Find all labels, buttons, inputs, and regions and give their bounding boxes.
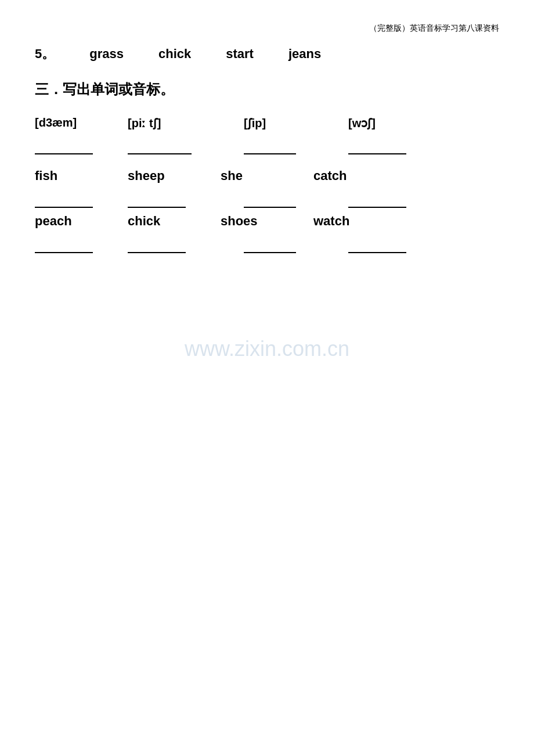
row-5: 5。 grass chick start jeans	[35, 45, 499, 63]
word-row-1: fish sheep she catch	[35, 168, 499, 183]
word-row-2: peach chick shoes watch	[35, 214, 499, 229]
phonetic-3: [ʃip]	[244, 116, 348, 130]
phonetic-1: [d3æm]	[35, 116, 128, 130]
phonetic-row: [d3æm] [piː tʃ] [ʃip] [wɔʃ]	[35, 116, 499, 130]
line-1-4	[348, 141, 441, 154]
row-5-word-1: grass	[89, 46, 124, 62]
line-row-2	[35, 194, 499, 208]
word-2-3: shoes	[221, 214, 313, 229]
page-header-label: （完整版）英语音标学习第八课资料	[35, 23, 499, 34]
word-2-2: chick	[128, 214, 221, 229]
line-3-3	[244, 239, 348, 253]
line-2-4	[348, 194, 441, 208]
line-3-4	[348, 239, 441, 253]
line-1-3	[244, 141, 348, 154]
line-3-2	[128, 239, 244, 253]
row-5-word-3: start	[226, 46, 254, 62]
line-2-2	[128, 194, 244, 208]
watermark: www.zixin.com.cn	[185, 337, 349, 361]
row-5-word-2: chick	[158, 46, 191, 62]
word-1-3: she	[221, 168, 313, 183]
row-5-number: 5。	[35, 45, 55, 63]
phonetic-2: [piː tʃ]	[128, 116, 244, 130]
line-2-1	[35, 194, 128, 208]
line-1-2	[128, 141, 244, 154]
word-2-1: peach	[35, 214, 128, 229]
word-1-2: sheep	[128, 168, 221, 183]
word-2-4: watch	[313, 214, 406, 229]
word-1-4: catch	[313, 168, 406, 183]
line-2-3	[244, 194, 348, 208]
word-1-1: fish	[35, 168, 128, 183]
phonetic-4: [wɔʃ]	[348, 116, 441, 130]
row-5-word-4: jeans	[288, 46, 321, 62]
line-row-3	[35, 239, 499, 253]
section-3-title: 三．写出单词或音标。	[35, 80, 499, 99]
line-3-1	[35, 239, 128, 253]
line-row-1	[35, 141, 499, 154]
line-1-1	[35, 141, 128, 154]
